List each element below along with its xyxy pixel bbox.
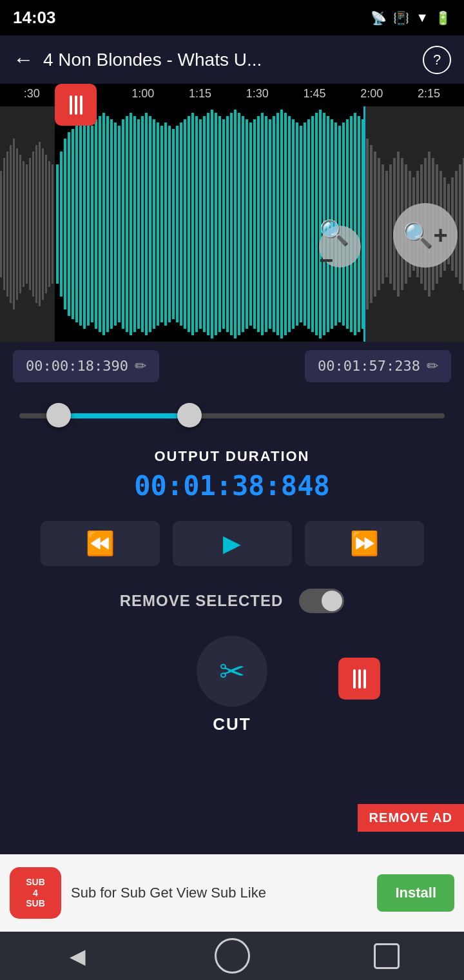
slider-thumb-right[interactable]: [177, 403, 202, 427]
svg-rect-84: [315, 113, 318, 335]
svg-rect-78: [292, 119, 295, 329]
output-duration-section: OUTPUT DURATION 00:01:38:848: [0, 442, 464, 514]
ad-banner: SUB4SUB Sub for Sub Get View Sub Like In…: [0, 854, 464, 932]
timeline-label-215: 2:15: [418, 87, 440, 101]
ad-text: Sub for Sub Get View Sub Like: [71, 885, 367, 901]
timeline-label-130: 1:30: [246, 87, 269, 101]
back-button[interactable]: ←: [13, 48, 34, 72]
install-button[interactable]: Install: [377, 874, 454, 912]
svg-rect-71: [265, 116, 267, 332]
svg-rect-60: [222, 119, 225, 329]
svg-rect-81: [304, 122, 306, 326]
svg-rect-50: [184, 119, 186, 329]
svg-rect-47: [172, 129, 175, 319]
svg-rect-56: [207, 113, 209, 335]
ad-logo: SUB4SUB: [10, 867, 61, 919]
start-time-edit-icon[interactable]: ✏: [135, 358, 146, 375]
svg-rect-69: [257, 116, 260, 332]
svg-rect-35: [126, 116, 128, 332]
svg-rect-83: [311, 116, 314, 332]
svg-rect-57: [211, 110, 213, 338]
page-title: 4 Non Blondes - Whats U...: [43, 50, 413, 70]
playback-controls: ⏪ ▶ ⏩: [0, 514, 464, 582]
battery-icon: 🔋: [435, 10, 451, 26]
svg-rect-19: [64, 139, 66, 309]
remove-selected-row: REMOVE SELECTED: [0, 582, 464, 629]
svg-rect-72: [269, 119, 271, 329]
svg-rect-53: [195, 116, 198, 332]
handle-lines-right: [353, 669, 366, 689]
nav-back-button[interactable]: ◀: [58, 937, 97, 975]
nav-recent-button[interactable]: [367, 937, 406, 975]
slider-track: [19, 413, 445, 418]
svg-rect-52: [191, 113, 194, 335]
svg-rect-55: [203, 116, 206, 332]
waveform-container: :30 0:45 1:00 1:15 1:30 1:45 2:00 2:15: [0, 84, 464, 342]
remove-selected-toggle[interactable]: [299, 589, 344, 613]
svg-rect-44: [160, 126, 163, 322]
zoom-in-icon: 🔍+: [403, 221, 447, 250]
bottom-nav: ◀: [0, 932, 464, 980]
svg-rect-34: [122, 119, 124, 329]
timeline-label-100: 1:00: [131, 87, 154, 101]
fast-forward-button[interactable]: ⏩: [305, 521, 424, 566]
cut-button[interactable]: ✂: [197, 636, 267, 707]
status-bar: 14:03 📡 📳 ▼ 🔋: [0, 0, 464, 35]
svg-rect-27: [95, 119, 97, 329]
help-button[interactable]: ?: [423, 46, 451, 74]
output-duration-label: OUTPUT DURATION: [0, 448, 464, 465]
fast-forward-icon: ⏩: [350, 530, 379, 557]
selection-left-overlay: [0, 106, 55, 342]
rewind-button[interactable]: ⏪: [41, 521, 160, 566]
end-time-edit-icon[interactable]: ✏: [427, 358, 438, 375]
svg-rect-36: [130, 113, 132, 335]
cast-icon: 📡: [371, 10, 387, 26]
svg-rect-26: [91, 126, 93, 322]
end-time-badge[interactable]: 00:01:57:238 ✏: [305, 350, 451, 382]
cut-section: ✂ CUT: [0, 629, 464, 754]
scissors-icon: ✂: [219, 653, 245, 689]
svg-rect-64: [238, 113, 240, 335]
nav-home-circle: [215, 938, 250, 974]
zoom-out-button[interactable]: 🔍−: [319, 226, 361, 268]
right-trim-handle[interactable]: [338, 658, 380, 700]
wifi-icon: ▼: [416, 10, 429, 25]
svg-rect-70: [261, 113, 264, 335]
toggle-knob: [322, 591, 342, 611]
svg-rect-76: [284, 113, 287, 335]
start-time-badge[interactable]: 00:00:18:390 ✏: [13, 350, 159, 382]
svg-rect-65: [242, 116, 244, 332]
svg-rect-74: [276, 113, 279, 335]
timeline-label-200: 2:00: [360, 87, 383, 101]
timeline-label-145: 1:45: [304, 87, 326, 101]
svg-rect-32: [114, 122, 117, 326]
svg-rect-43: [157, 122, 159, 326]
timeline-label-030: :30: [24, 87, 40, 101]
zoom-in-button[interactable]: 🔍+: [393, 203, 458, 268]
svg-rect-75: [280, 110, 283, 338]
svg-rect-25: [87, 122, 90, 326]
svg-rect-33: [118, 126, 121, 322]
status-time: 14:03: [13, 8, 56, 28]
svg-rect-38: [137, 119, 140, 329]
svg-rect-63: [234, 110, 237, 338]
left-trim-handle[interactable]: [55, 84, 97, 126]
svg-rect-40: [145, 113, 148, 335]
svg-rect-21: [72, 129, 74, 319]
svg-rect-82: [307, 119, 310, 329]
slider-thumb-left[interactable]: [46, 403, 71, 427]
handle-lines-left: [70, 95, 82, 115]
svg-rect-73: [273, 116, 275, 332]
svg-rect-79: [296, 122, 298, 326]
svg-rect-54: [199, 119, 202, 329]
cut-label: CUT: [213, 714, 251, 734]
trim-slider[interactable]: [0, 390, 464, 442]
nav-recent-square: [374, 943, 400, 969]
top-bar: ← 4 Non Blondes - Whats U... ?: [0, 35, 464, 84]
ad-logo-text: SUB4SUB: [26, 877, 45, 909]
nav-home-button[interactable]: [213, 937, 251, 975]
play-button[interactable]: ▶: [173, 521, 292, 566]
time-inputs: 00:00:18:390 ✏ 00:01:57:238 ✏: [0, 342, 464, 390]
remove-ad-button[interactable]: REMOVE AD: [358, 804, 464, 832]
svg-rect-45: [164, 122, 167, 326]
